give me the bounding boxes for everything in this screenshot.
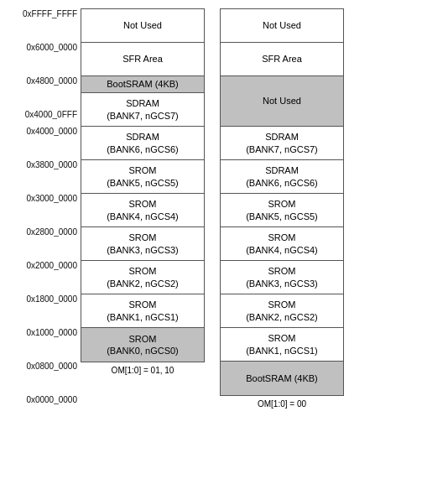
address-label-9: 0x1800_0000 (26, 294, 77, 304)
right-cell-10: BootSRAM (4KB) (221, 362, 343, 395)
right-cell-5: SROM (BANK5, nGCS5) (221, 194, 343, 227)
address-label-0: 0xFFFF_FFFF (23, 9, 77, 18)
address-label-10: 0x1000_0000 (26, 328, 77, 337)
right-cell-7: SROM (BANK3, nGCS3) (221, 261, 343, 294)
right-cell-4: SDRAM (BANK6, nGCS6) (221, 160, 343, 194)
address-label-7: 0x2800_0000 (26, 227, 77, 237)
address-label-5: 0x3800_0000 (26, 160, 77, 169)
right-cell-8: SROM (BANK2, nGCS2) (221, 294, 343, 328)
right-cell-2: Not Used (221, 76, 343, 127)
address-label-3: 0x4000_0FFF (25, 110, 77, 119)
left-cell-1: SFR Area (81, 43, 204, 76)
address-label-2: 0x4800_0000 (26, 76, 77, 86)
right-cell-6: SROM (BANK4, nGCS4) (221, 227, 343, 261)
left-cell-3: SDRAM (BANK7, nGCS7) (81, 93, 204, 127)
address-column: 0xFFFF_FFFF0x6000_00000x4800_00000x4000_… (8, 8, 81, 430)
left-cell-0: Not Used (81, 9, 204, 43)
left-memory-map: Not UsedSFR AreaBootSRAM (4KB)SDRAM (BAN… (81, 8, 205, 362)
address-label-11: 0x0800_0000 (26, 362, 77, 371)
right-caption: OM[1:0] = 00 (258, 399, 306, 409)
address-label-1: 0x6000_0000 (26, 43, 77, 52)
left-cell-8: SROM (BANK2, nGCS2) (81, 261, 204, 294)
left-cell-10: SROM (BANK0, nGCS0) (81, 328, 204, 362)
right-cell-3: SDRAM (BANK7, nGCS7) (221, 127, 343, 160)
left-cell-6: SROM (BANK4, nGCS4) (81, 194, 204, 227)
address-label-6: 0x3000_0000 (26, 194, 77, 203)
left-cell-5: SROM (BANK5, nGCS5) (81, 160, 204, 194)
left-cell-4: SDRAM (BANK6, nGCS6) (81, 127, 204, 160)
right-cell-1: SFR Area (221, 43, 343, 76)
address-label-4: 0x4000_0000 (26, 127, 77, 136)
both-maps: Not UsedSFR AreaBootSRAM (4KB)SDRAM (BAN… (81, 8, 440, 430)
address-label-8: 0x2000_0000 (26, 261, 77, 270)
right-cell-9: SROM (BANK1, nGCS1) (221, 328, 343, 362)
right-cell-0: Not Used (221, 9, 343, 43)
memory-map-layout: 0xFFFF_FFFF0x6000_00000x4800_00000x4000_… (8, 8, 440, 430)
left-cell-2: BootSRAM (4KB) (81, 76, 204, 93)
left-cell-9: SROM (BANK1, nGCS1) (81, 294, 204, 328)
right-memory-map: Not UsedSFR AreaNot UsedSDRAM (BANK7, nG… (220, 8, 344, 396)
address-label-12: 0x0000_0000 (26, 395, 77, 404)
left-cell-7: SROM (BANK3, nGCS3) (81, 227, 204, 261)
left-caption: OM[1:0] = 01, 10 (112, 366, 175, 375)
